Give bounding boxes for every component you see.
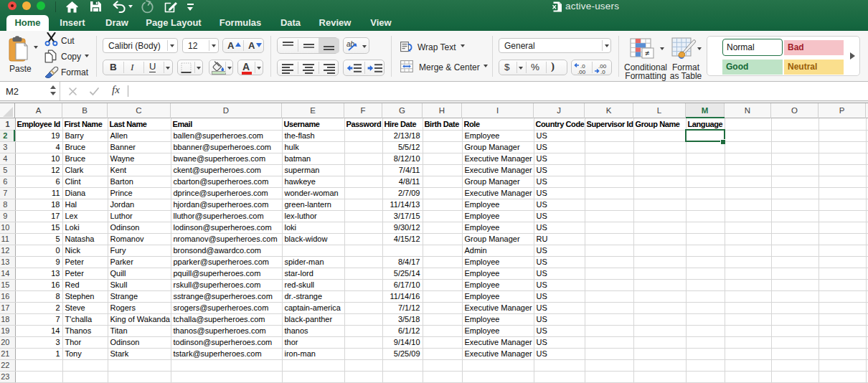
- svg-text:≠: ≠: [645, 49, 649, 57]
- svg-text:.00: .00: [577, 69, 586, 75]
- svg-text:ab: ab: [346, 40, 355, 48]
- svg-text:.0: .0: [600, 69, 605, 75]
